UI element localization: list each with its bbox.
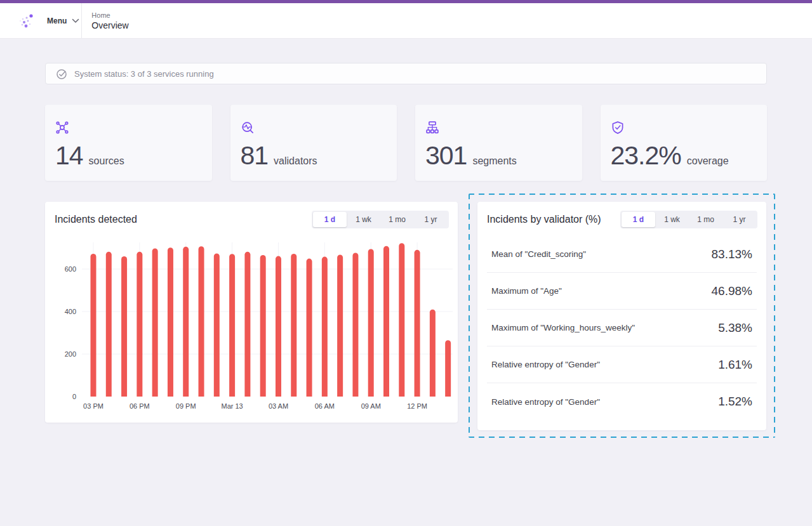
stat-value: 23.2% [611,143,681,169]
validator-row-label: Maximum of "Working_hours_weekly" [491,323,635,332]
panels-row: Incidents detected 1 d1 wk1 mo1 yr 02004… [45,202,767,438]
time-range-tab-1mo[interactable]: 1 mo [380,212,414,227]
validator-row-label: Mean of "Credit_scoring" [491,249,586,259]
time-range-tab-1d[interactable]: 1 d [622,212,655,227]
stat-value: 81 [241,143,269,169]
time-range-tabs: 1 d1 wk1 mo1 yr [620,211,757,228]
stat-label: sources [89,155,124,167]
breadcrumb-section[interactable]: Home [91,11,128,19]
check-circle-icon [56,68,68,80]
validator-row-label: Relative entropy of "Gender" [491,397,600,407]
validator-panel-title: Incidents by validator (%) [487,214,601,225]
time-range-tab-1yr[interactable]: 1 yr [722,212,756,227]
menu-label: Menu [47,16,67,25]
stat-card-coverage: 23.2% coverage [601,105,768,181]
validators-scan-icon [241,121,255,135]
validator-panel-highlight-box: Incidents by validator (%) 1 d1 wk1 mo1 … [469,194,775,438]
stat-label: segments [472,155,516,167]
sources-network-icon [55,121,69,135]
time-range-tab-1mo[interactable]: 1 mo [689,212,722,227]
stat-value: 14 [55,143,83,169]
stat-value: 301 [425,143,467,169]
validator-row-value: 5.38% [718,321,752,335]
chevron-down-icon [72,18,79,23]
validator-row-label: Relative entropy of "Gender" [491,360,600,369]
svg-text:06 AM: 06 AM [315,402,335,410]
validator-row-value: 1.61% [718,358,752,372]
time-range-tab-1d[interactable]: 1 d [313,212,347,227]
svg-text:03 AM: 03 AM [269,402,288,410]
system-status-banner: System status: 3 of 3 services running [45,63,767,84]
validator-row[interactable]: Maximum of "Working_hours_weekly"5.38% [487,310,757,346]
incidents-by-validator-panel: Incidents by validator (%) 1 d1 wk1 mo1 … [477,202,766,430]
time-range-tab-1yr[interactable]: 1 yr [414,212,448,227]
validator-row[interactable]: Relative entropy of "Gender"1.52% [487,383,757,420]
validator-row-value: 46.98% [712,284,752,298]
incidents-detected-panel: Incidents detected 1 d1 wk1 mo1 yr 02004… [45,202,458,423]
validator-row-label: Maximum of "Age" [491,286,562,296]
stat-card-sources: 14 sources [45,105,212,181]
logo-icon [18,11,37,30]
svg-text:600: 600 [65,265,76,273]
validator-row-value: 83.13% [712,247,752,261]
breadcrumb: Home Overview [82,3,128,38]
main-content: System status: 3 of 3 services running 1… [0,63,812,438]
coverage-shield-icon [611,121,625,135]
validator-row[interactable]: Maximum of "Age"46.98% [487,273,757,310]
svg-text:200: 200 [65,350,76,358]
segments-sitemap-icon [425,121,439,135]
validator-row-value: 1.52% [718,395,752,409]
svg-text:06 PM: 06 PM [130,402,150,410]
svg-text:09 PM: 09 PM [176,402,196,410]
time-range-tab-1wk[interactable]: 1 wk [655,212,689,227]
stat-label: validators [274,155,317,167]
time-range-tabs: 1 d1 wk1 mo1 yr [312,211,449,228]
menu-button[interactable]: Menu [0,3,81,38]
svg-text:400: 400 [65,308,76,315]
svg-text:Mar 13: Mar 13 [221,402,243,410]
incidents-panel-title: Incidents detected [55,214,137,225]
header: Menu Home Overview [0,3,812,39]
validator-row[interactable]: Relative entropy of "Gender"1.61% [487,346,757,383]
breadcrumb-page: Overview [91,20,128,30]
stat-cards-row: 14 sources 81 validators [45,105,767,181]
system-status-text: System status: 3 of 3 services running [74,69,214,79]
time-range-tab-1wk[interactable]: 1 wk [347,212,380,227]
validator-rows: Mean of "Credit_scoring"83.13%Maximum of… [477,236,766,420]
svg-text:03 PM: 03 PM [83,402,103,410]
svg-text:12 PM: 12 PM [407,402,427,410]
svg-text:09 AM: 09 AM [361,402,381,410]
svg-text:0: 0 [72,393,76,400]
stat-card-validators: 81 validators [230,105,397,181]
stat-card-segments: 301 segments [415,105,582,181]
stat-label: coverage [687,155,729,167]
incidents-bar-chart: 020040060003 PM06 PM09 PMMar 1303 AM06 A… [45,237,458,423]
validator-row[interactable]: Mean of "Credit_scoring"83.13% [487,236,757,273]
